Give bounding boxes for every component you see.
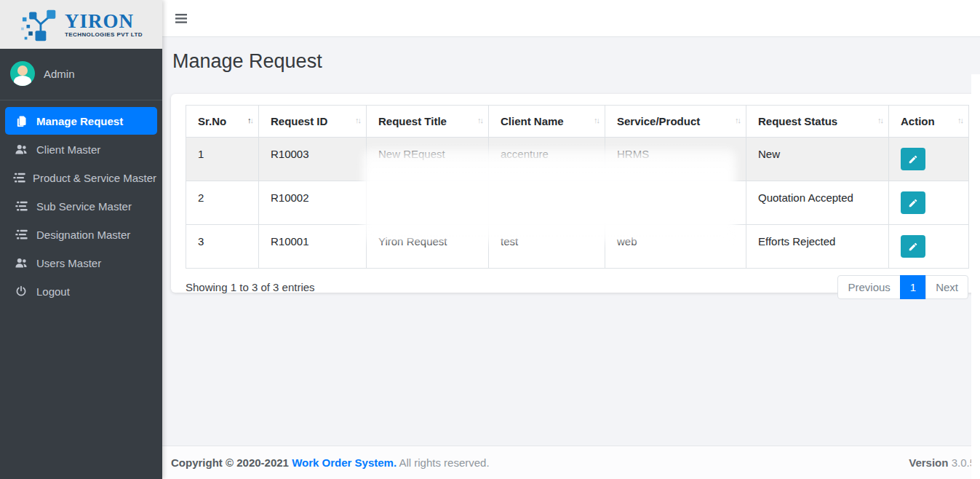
user-panel: Admin [0,49,162,100]
column-header-request-status[interactable]: Request Status [746,106,889,138]
column-header-request-title[interactable]: Request Title [367,106,489,138]
brand-name: YIRON [65,12,143,31]
cell-srno: 2 [186,181,259,225]
list-icon [13,173,25,183]
sort-icon[interactable] [355,116,360,124]
hamburger-menu-icon[interactable] [175,14,187,23]
column-header-service-product[interactable]: Service/Product [605,106,746,138]
table-header-row: Sr.No Request ID Request Title Client Na… [186,106,969,138]
scrollbar-track[interactable] [971,74,980,479]
cell-client-name: test [489,225,605,269]
edit-button[interactable] [901,235,925,258]
sidebar-item-label: Users Master [36,257,101,269]
cell-request-status: Quotation Accepted [746,181,889,225]
list-icon [13,201,29,212]
cell-client-name [489,181,605,225]
sidebar-item-users-master[interactable]: Users Master [5,249,157,277]
column-header-action[interactable]: Action [889,106,969,138]
pagination-previous-button[interactable]: Previous [837,275,900,299]
topbar [162,0,980,37]
cell-request-status: New [746,138,889,181]
pagination-next-button[interactable]: Next [925,275,968,299]
sort-icon[interactable] [957,116,963,124]
cell-service-product: web [605,225,746,269]
pencil-icon [908,242,918,252]
user-avatar [10,61,35,86]
cell-request-id: R10003 [259,138,367,181]
edit-button[interactable] [901,148,925,170]
sidebar-item-manage-request[interactable]: Manage Request [5,107,157,135]
sidebar-item-label: Sub Service Master [36,200,132,213]
main-area: Manage Request Sr.No Request ID Request … [162,0,980,479]
power-icon [13,285,29,297]
pagination: Previous 1 Next [837,275,968,299]
sidebar-item-label: Logout [36,285,70,298]
sort-icon[interactable] [247,116,252,124]
page-title: Manage Request [171,46,980,73]
requests-table: Sr.No Request ID Request Title Client Na… [186,105,969,269]
cell-srno: 3 [186,225,259,269]
sidebar-item-label: Product & Service Master [33,172,156,184]
cell-request-title: New REquest [367,138,489,181]
page-footer: Copyright © 2020-2021 Work Order System.… [162,446,980,479]
sort-icon[interactable] [594,116,599,124]
sidebar-item-logout[interactable]: Logout [5,277,157,305]
cell-request-id: R10001 [259,225,367,269]
sidebar-item-product-service-master[interactable]: Product & Service Master [5,164,157,191]
user-name: Admin [44,68,75,80]
entries-info: Showing 1 to 3 of 3 entries [186,281,315,293]
cell-request-title [367,181,489,225]
pencil-icon [908,198,918,208]
sidebar-item-label: Designation Master [36,229,130,241]
table-row: 2 R10002 Quotation Accepted [186,181,969,225]
edit-button[interactable] [901,191,925,214]
table-row: 3 R10001 Yiron Request test web Efforts … [186,225,969,269]
cell-request-title: Yiron Request [367,225,489,269]
cell-service-product: HRMS [605,138,746,181]
sidebar-item-label: Client Master [36,143,100,156]
users-icon [13,143,29,155]
yiron-molecule-icon [20,7,60,43]
sidebar-item-label: Manage Request [36,115,123,127]
users-icon [13,257,29,269]
copyright-text: Copyright © 2020-2021 Work Order System.… [171,456,490,469]
sidebar-nav: Manage Request Client Master Product & S… [0,100,162,312]
cell-service-product [605,181,746,225]
cell-request-id: R10002 [259,181,367,225]
sort-icon[interactable] [477,116,482,124]
column-header-request-id[interactable]: Request ID [259,106,367,138]
column-header-client-name[interactable]: Client Name [489,106,605,138]
sidebar-item-client-master[interactable]: Client Master [5,135,157,163]
brand-logo[interactable]: YIRON TECHNOLOGIES PVT LTD [0,0,162,49]
sidebar-item-sub-service-master[interactable]: Sub Service Master [5,192,157,220]
sort-icon[interactable] [877,116,883,124]
cell-srno: 1 [186,138,259,181]
pencil-icon [908,154,918,165]
column-header-srno[interactable]: Sr.No [186,106,259,138]
brand-tagline: TECHNOLOGIES PVT LTD [65,32,143,38]
sidebar-item-designation-master[interactable]: Designation Master [5,221,157,248]
cell-client-name: accenture [489,138,605,181]
table-row: 1 R10003 New REquest accenture HRMS New [186,138,969,181]
sort-icon[interactable] [735,116,740,124]
pagination-page-1-button[interactable]: 1 [900,275,926,299]
manage-request-card: Sr.No Request ID Request Title Client Na… [171,94,980,293]
cell-request-status: Efforts Rejected [746,225,889,269]
list-icon [13,229,29,240]
content-area: Manage Request Sr.No Request ID Request … [162,37,980,446]
work-order-system-link[interactable]: Work Order System. [292,456,397,469]
copy-icon [13,115,29,127]
version-text: Version 3.0.5 [909,456,976,469]
sidebar: YIRON TECHNOLOGIES PVT LTD Admin Manage … [0,0,162,479]
